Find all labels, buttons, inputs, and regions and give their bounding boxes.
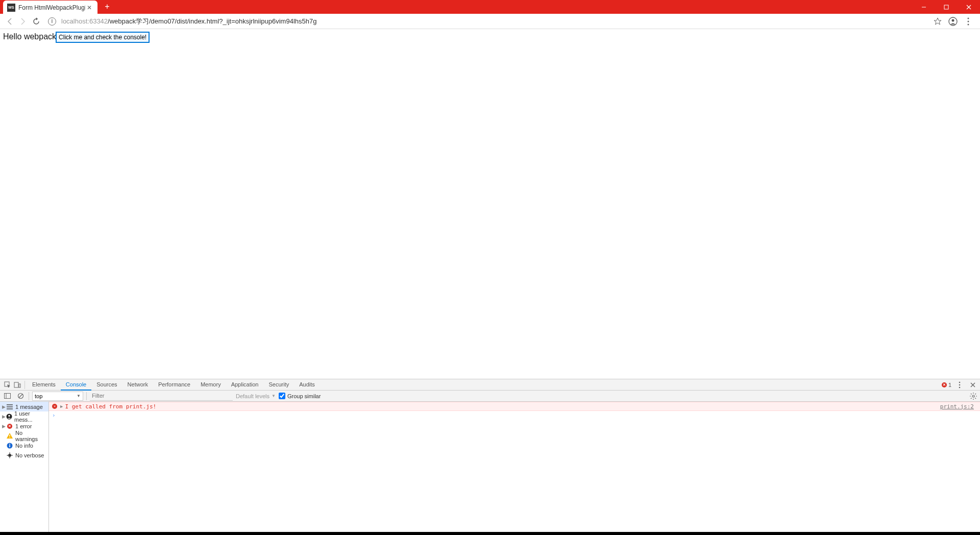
svg-point-39 (9, 444, 10, 445)
hello-text: Hello webpack (3, 32, 56, 41)
svg-line-29 (975, 394, 976, 395)
device-toggle-icon[interactable] (12, 380, 22, 390)
sidebar-user-label: 1 user mess... (14, 410, 46, 423)
svg-rect-17 (4, 394, 10, 399)
inspect-element-icon[interactable] (2, 380, 12, 390)
tab-favicon: WS (7, 4, 15, 12)
reload-button[interactable] (30, 15, 43, 28)
svg-point-5 (952, 19, 954, 21)
svg-point-44 (12, 455, 13, 456)
address-bar: i localhost:63342/webpack学习/demo07/dist/… (0, 14, 980, 29)
level-select[interactable]: Default levels ▼ (236, 393, 276, 399)
sidebar-item-info[interactable]: No info (0, 441, 48, 450)
svg-line-26 (971, 394, 972, 395)
error-count-badge[interactable]: ✕ 1 (942, 382, 951, 388)
click-me-button[interactable]: Click me and check the console! (56, 32, 149, 42)
chevron-down-icon: ▼ (272, 394, 276, 398)
url-host: localhost: (61, 17, 89, 25)
chrome-menu-icon[interactable] (964, 17, 973, 26)
sidebar-item-user[interactable]: ▶ 1 user mess... (0, 411, 48, 421)
context-select[interactable]: top ▼ (32, 392, 83, 401)
user-icon (6, 413, 12, 420)
svg-point-14 (959, 386, 961, 388)
error-icon: ✕ (6, 423, 13, 430)
tab-performance[interactable]: Performance (153, 379, 195, 391)
svg-point-21 (972, 395, 974, 397)
devtools-close-icon[interactable] (968, 380, 978, 390)
maximize-button[interactable] (935, 0, 958, 14)
expand-arrow-icon: ▶ (2, 404, 6, 409)
url-text: localhost:63342/webpack学习/demo07/dist/in… (61, 17, 316, 26)
svg-point-12 (959, 381, 961, 383)
devtools-panel: Elements Console Sources Network Perform… (0, 379, 980, 532)
url-path: /webpack学习/demo07/dist/index.html?_ijt=o… (108, 17, 316, 25)
console-error-row[interactable]: ✕ ▶ I get called from print.js! print.js… (49, 402, 980, 411)
toolbar-right (933, 17, 977, 26)
svg-rect-35 (9, 435, 10, 437)
console-body: ▶ 1 message ▶ 1 user mess... ▶ ✕ 1 error… (0, 402, 980, 532)
context-value: top (35, 393, 42, 399)
svg-line-28 (971, 398, 972, 399)
console-message-text: I get called from print.js! (65, 403, 156, 410)
divider (29, 392, 29, 400)
minimize-button[interactable] (913, 0, 935, 14)
console-settings-icon[interactable] (969, 392, 978, 401)
browser-tab-bar: WS Form HtmlWebpackPlugin ✕ + (0, 0, 980, 14)
expand-arrow-icon[interactable]: ▶ (60, 404, 63, 409)
console-source-link[interactable]: print.js:2 (940, 403, 977, 410)
user-avatar-icon[interactable] (948, 17, 958, 26)
close-window-button[interactable] (958, 0, 980, 14)
sidebar-errors-label: 1 error (15, 423, 32, 429)
group-similar-checkbox[interactable]: Group similar (279, 393, 321, 399)
back-button[interactable] (3, 15, 16, 28)
bookmark-star-icon[interactable] (933, 17, 942, 26)
clear-console-icon[interactable] (15, 391, 26, 401)
sidebar-messages-label: 1 message (15, 404, 43, 410)
new-tab-button[interactable]: + (101, 0, 114, 13)
tab-console[interactable]: Console (61, 379, 91, 391)
browser-tab[interactable]: WS Form HtmlWebpackPlugin ✕ (3, 1, 97, 14)
forward-button[interactable] (16, 15, 30, 28)
svg-rect-11 (19, 384, 20, 387)
prompt-caret-icon: › (52, 412, 56, 419)
sidebar-item-warnings[interactable]: No warnings (0, 431, 48, 441)
group-similar-input[interactable] (279, 393, 285, 399)
group-similar-label: Group similar (287, 393, 321, 399)
tab-audits[interactable]: Audits (294, 379, 320, 391)
svg-point-42 (9, 457, 10, 458)
tab-elements[interactable]: Elements (27, 379, 61, 391)
console-output: ✕ ▶ I get called from print.js! print.js… (49, 402, 980, 532)
level-value: Default levels (236, 393, 270, 399)
toggle-sidebar-icon[interactable] (2, 391, 12, 401)
filter-input[interactable] (90, 392, 233, 401)
page-body: Hello webpack Click me and check the con… (0, 29, 980, 379)
divider (24, 381, 25, 389)
svg-line-20 (19, 394, 22, 398)
chevron-down-icon: ▼ (77, 394, 81, 398)
console-sidebar: ▶ 1 message ▶ 1 user mess... ▶ ✕ 1 error… (0, 402, 49, 532)
tab-application[interactable]: Application (226, 379, 264, 391)
error-dot-icon: ✕ (942, 382, 947, 387)
info-icon (6, 442, 13, 449)
svg-rect-36 (9, 437, 10, 437)
svg-line-27 (975, 398, 976, 399)
svg-point-7 (968, 20, 969, 22)
tab-memory[interactable]: Memory (195, 379, 226, 391)
tab-network[interactable]: Network (122, 379, 153, 391)
url-area[interactable]: i localhost:63342/webpack学习/demo07/dist/… (43, 17, 933, 26)
window-controls (913, 0, 980, 14)
sidebar-info-label: No info (15, 443, 33, 449)
console-prompt[interactable]: › (49, 411, 980, 420)
svg-point-8 (968, 23, 969, 25)
close-tab-icon[interactable]: ✕ (85, 4, 93, 12)
error-icon: ✕ (52, 404, 57, 409)
expand-arrow-icon: ▶ (2, 414, 6, 419)
svg-rect-1 (944, 5, 948, 9)
tab-sources[interactable]: Sources (91, 379, 122, 391)
site-info-icon[interactable]: i (48, 17, 56, 26)
error-count: 1 (948, 382, 951, 388)
sidebar-item-verbose[interactable]: No verbose (0, 450, 48, 460)
tab-security[interactable]: Security (263, 379, 294, 391)
warning-icon (6, 432, 13, 440)
devtools-menu-icon[interactable] (954, 380, 965, 390)
